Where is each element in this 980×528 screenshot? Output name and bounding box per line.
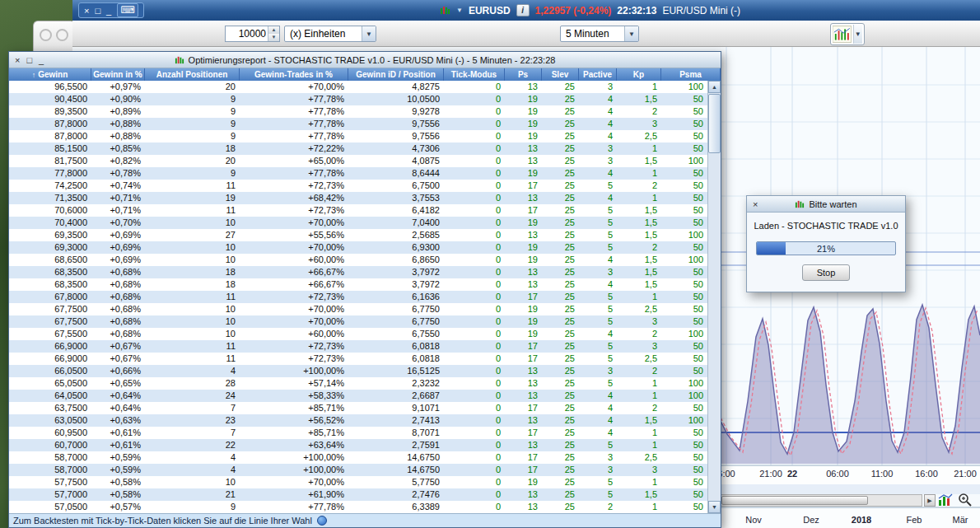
- scrollbar-thumb[interactable]: [721, 496, 868, 505]
- quantity-spinner[interactable]: ▲ ▼: [268, 26, 279, 41]
- table-row[interactable]: 57,7000+0,58%21+61,90%2,74760132551,550: [9, 488, 708, 501]
- table-cell: 3: [617, 464, 661, 476]
- chevron-down-icon[interactable]: ▼: [853, 25, 862, 44]
- table-row[interactable]: 66,9000+0,67%11+72,73%6,0818017255350: [9, 340, 708, 353]
- minimize-icon[interactable]: _: [106, 6, 111, 16]
- chevron-down-icon[interactable]: ▼: [362, 26, 376, 41]
- keyboard-icon[interactable]: ⌨: [117, 3, 138, 17]
- dialog-titlebar[interactable]: × Bitte warten: [747, 196, 905, 213]
- chevron-down-icon[interactable]: ▼: [624, 26, 638, 41]
- maximize-icon[interactable]: □: [26, 55, 32, 65]
- chart-style-button[interactable]: ▼: [830, 23, 865, 45]
- spin-down-icon[interactable]: ▼: [268, 34, 279, 41]
- table-cell: +77,78%: [240, 93, 348, 105]
- table-cell: 50: [661, 266, 707, 278]
- scroll-right-icon[interactable]: ▶: [924, 494, 936, 507]
- table-cell: 50: [661, 501, 707, 513]
- close-icon[interactable]: ×: [84, 6, 89, 16]
- table-row[interactable]: 90,4500+0,90%9+77,78%10,05000192541,550: [9, 93, 708, 105]
- maximize-icon[interactable]: □: [95, 6, 100, 16]
- table-row[interactable]: 63,7500+0,64%7+85,71%9,1071017254250: [9, 402, 708, 414]
- table-row[interactable]: 89,3500+0,89%9+77,78%9,9278019254250: [9, 105, 708, 118]
- table-row[interactable]: 70,4000+0,70%10+70,00%7,04000192551,550: [9, 217, 708, 229]
- table-row[interactable]: 65,0500+0,65%28+57,14%2,32320132551100: [9, 377, 708, 390]
- column-header-psma[interactable]: Psma: [661, 68, 721, 81]
- quantity-input[interactable]: [226, 26, 268, 41]
- table-row[interactable]: 96,5500+0,97%20+70,00%4,82750132531100: [9, 81, 708, 93]
- column-header-pactive[interactable]: Pactive: [579, 68, 617, 81]
- table-cell: +0,70%: [91, 217, 145, 229]
- column-header-anzahl-positionen[interactable]: Anzahl Positionen: [145, 68, 240, 81]
- table-cell: 50: [661, 217, 707, 229]
- table-row[interactable]: 57,0500+0,57%9+77,78%6,3389013252150: [9, 501, 708, 513]
- table-row[interactable]: 85,1500+0,85%18+72,22%4,7306013253150: [9, 143, 708, 155]
- table-row[interactable]: 68,3500+0,68%18+66,67%3,79720132531,550: [9, 266, 708, 278]
- horizontal-scrollbar[interactable]: [716, 494, 922, 507]
- chart-tool-icon[interactable]: [937, 493, 954, 507]
- column-header-slev[interactable]: Slev: [542, 68, 579, 81]
- table-row[interactable]: 69,3500+0,69%27+55,56%2,56850132551,5100: [9, 229, 708, 241]
- table-cell: 13: [505, 81, 542, 93]
- status-message: Zum Backtesten mit Tick-by-Tick-Daten kl…: [13, 516, 312, 526]
- minimize-icon[interactable]: _: [39, 55, 44, 65]
- report-titlebar[interactable]: × □ _ Optimierungsreport - STOCHASTIC TR…: [9, 52, 721, 68]
- table-row[interactable]: 66,9000+0,67%11+72,73%6,08180172552,550: [9, 353, 708, 365]
- table-cell: 100: [661, 155, 707, 167]
- vertical-scrollbar[interactable]: ▲ ▼: [707, 81, 721, 513]
- table-row[interactable]: 58,7000+0,59%4+100,00%14,67500172532,550: [9, 451, 708, 464]
- column-header-gewinn-pro-position[interactable]: Gewinn iD / Position: [348, 68, 444, 81]
- close-icon[interactable]: ×: [15, 55, 20, 65]
- table-cell: 1,5: [617, 278, 661, 291]
- scroll-up-icon[interactable]: ▲: [708, 81, 721, 93]
- table-cell: 2: [617, 180, 661, 192]
- table-row[interactable]: 60,9500+0,61%7+85,71%8,7071017254150: [9, 427, 708, 439]
- table-cell: 0: [444, 266, 505, 278]
- table-row[interactable]: 81,7500+0,82%20+65,00%4,08750132531,5100: [9, 155, 708, 167]
- zoom-icon[interactable]: [957, 493, 973, 507]
- table-row[interactable]: 68,3500+0,68%18+66,67%3,79720132541,550: [9, 278, 708, 291]
- symbol-label[interactable]: EURUSD: [469, 5, 511, 16]
- table-row[interactable]: 63,0500+0,63%23+56,52%2,74130132541,5100: [9, 414, 708, 427]
- table-row[interactable]: 87,8000+0,88%9+77,78%9,75560192542,550: [9, 130, 708, 143]
- report-table-body[interactable]: 96,5500+0,97%20+70,00%4,8275013253110090…: [9, 81, 708, 513]
- scrollbar-thumb[interactable]: [708, 94, 721, 153]
- table-row[interactable]: 69,3000+0,69%10+70,00%6,9300019255250: [9, 241, 708, 254]
- info-button[interactable]: i: [516, 4, 530, 16]
- stop-button[interactable]: Stop: [802, 264, 850, 281]
- table-row[interactable]: 64,0500+0,64%24+58,33%2,66870132541100: [9, 390, 708, 402]
- table-row[interactable]: 71,3500+0,71%19+68,42%3,7553013254150: [9, 192, 708, 204]
- table-row[interactable]: 57,7500+0,58%10+70,00%5,7750019255150: [9, 476, 708, 488]
- report-title: Optimierungsreport - STOCHASTIC TRADE v1…: [175, 55, 556, 65]
- column-header-gewinn-prozent[interactable]: Gewinn in %: [91, 68, 145, 81]
- column-header-kp[interactable]: Kp: [617, 68, 661, 81]
- table-cell: 0: [444, 167, 505, 180]
- close-icon[interactable]: ×: [753, 199, 758, 209]
- table-cell: 25: [542, 93, 579, 105]
- table-row[interactable]: 87,8000+0,88%9+77,78%9,7556019254350: [9, 118, 708, 130]
- table-row[interactable]: 74,2500+0,74%11+72,73%6,7500017255250: [9, 180, 708, 192]
- table-row[interactable]: 58,7000+0,59%4+100,00%14,6750017253350: [9, 464, 708, 476]
- column-header-gewinn[interactable]: ↑ Gewinn: [9, 68, 91, 81]
- table-cell: 0: [444, 93, 505, 105]
- table-row[interactable]: 77,8000+0,78%9+77,78%8,6444019254150: [9, 167, 708, 180]
- table-cell: 3: [617, 118, 661, 130]
- table-row[interactable]: 67,8000+0,68%11+72,73%6,1636017255150: [9, 291, 708, 303]
- table-row[interactable]: 70,6000+0,71%11+72,73%6,41820172551,550: [9, 204, 708, 217]
- table-row[interactable]: 67,5500+0,68%10+60,00%6,75500192542100: [9, 328, 708, 340]
- globe-icon: [317, 516, 327, 526]
- timeframe-dropdown[interactable]: 5 Minuten ▼: [560, 26, 639, 42]
- table-row[interactable]: 67,7500+0,68%10+70,00%6,7750019255350: [9, 315, 708, 328]
- column-header-gewinn-trades[interactable]: Gewinn-Trades in %: [240, 68, 348, 81]
- symbol-dropdown-icon[interactable]: ▼: [456, 7, 463, 14]
- units-dropdown[interactable]: (x) Einheiten ▼: [284, 26, 376, 42]
- table-row[interactable]: 60,7000+0,61%22+63,64%2,7591013255150: [9, 439, 708, 451]
- column-header-tick-modus[interactable]: Tick-Modus: [444, 68, 505, 81]
- table-row[interactable]: 67,7500+0,68%10+70,00%6,77500192552,550: [9, 303, 708, 315]
- scroll-down-icon[interactable]: ▼: [708, 501, 721, 513]
- spin-up-icon[interactable]: ▲: [268, 26, 279, 34]
- table-row[interactable]: 68,6500+0,69%10+60,00%6,86500192541,5100: [9, 254, 708, 266]
- column-header-ps[interactable]: Ps: [505, 68, 542, 81]
- table-row[interactable]: 66,0500+0,66%4+100,00%16,5125013253250: [9, 365, 708, 377]
- table-cell: 25: [542, 229, 579, 241]
- quantity-stepper[interactable]: ▲ ▼: [225, 26, 280, 42]
